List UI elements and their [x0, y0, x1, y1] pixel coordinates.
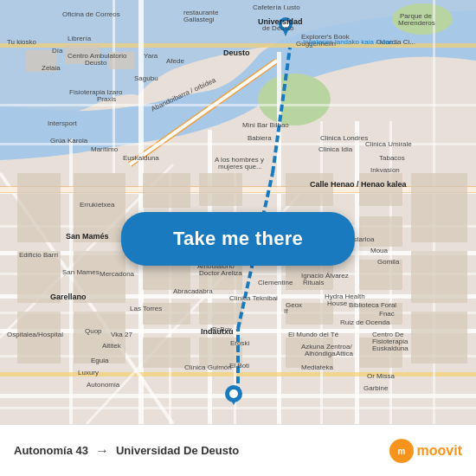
- label-quop: Quop: [85, 327, 102, 335]
- label-grua: Grúa Karola: [50, 137, 87, 145]
- label-clinica-londres: Clinica Londres: [320, 134, 368, 142]
- moovit-icon: m: [389, 439, 414, 463]
- route-from: Autonomía 43: [14, 444, 88, 457]
- label-gomila: Gomila: [377, 258, 399, 266]
- label-clinica-guimon: Clínica Guimón: [184, 363, 232, 371]
- label-yara: Yara: [144, 52, 158, 60]
- label-gallastegi: Gallastegi: [183, 16, 215, 23]
- label-fisio-euskalduna: Euskalduna: [372, 344, 408, 352]
- label-luxury: Luxury: [78, 369, 99, 376]
- svg-rect-27: [0, 104, 476, 106]
- label-ingelesen: Ingelesen landako kaia / Mue...: [303, 38, 399, 46]
- label-or-missa: Or Missa: [367, 372, 395, 380]
- label-altitek: Altitek: [102, 342, 121, 350]
- label-if: If: [284, 307, 287, 315]
- svg-rect-12: [69, 138, 73, 424]
- label-eguia: Eguia: [91, 357, 108, 364]
- label-tu-kiosko: Tu kiosko: [7, 38, 36, 46]
- label-euskalduna: Euskalduna: [123, 154, 159, 162]
- svg-point-76: [229, 389, 238, 398]
- label-hospitalea: Ospitalea/Hospital: [7, 331, 63, 338]
- label-maritimo: Marítimo: [91, 145, 118, 153]
- svg-rect-65: [411, 173, 467, 242]
- label-sagubu: Sagubu: [134, 74, 158, 82]
- label-universidad2: de Deusto: [262, 24, 293, 32]
- label-clinica-teknibai: Clínica Teknibai: [229, 294, 278, 302]
- route-to: Universidad De Deusto: [116, 444, 239, 457]
- label-doctor-areliza: Doctor Areliza: [199, 269, 242, 277]
- svg-rect-41: [286, 173, 333, 206]
- label-fnac: Fnac: [379, 310, 395, 318]
- label-el-boti: El Boti: [229, 362, 249, 370]
- label-cafeteria: Cafetería I.usto: [253, 3, 300, 11]
- moovit-text: moovit: [417, 443, 462, 459]
- label-eroski: Eroski: [230, 339, 249, 347]
- label-mercadona: Mercadona: [100, 270, 134, 278]
- label-mediateka: Mediateka: [301, 363, 333, 371]
- label-autonomia: Autonomia: [87, 381, 119, 389]
- label-house: House: [327, 299, 347, 307]
- label-afede: Afede: [166, 57, 184, 65]
- label-tabacos: Tabacos: [379, 154, 405, 162]
- svg-rect-67: [411, 312, 467, 363]
- svg-rect-66: [411, 251, 467, 303]
- label-attica: Attica: [336, 350, 353, 357]
- svg-rect-59: [17, 173, 61, 242]
- label-pcbox2: PcBox: [212, 325, 232, 333]
- label-errukietxea: Errukietxea: [80, 201, 114, 209]
- label-babiera: Babiera: [248, 134, 272, 142]
- label-intersport: Intersport: [48, 119, 77, 127]
- label-biblioteca: Biblioteca Foral: [349, 301, 396, 309]
- label-rituals: Rituals: [303, 279, 324, 286]
- label-oficina-correos: Oficina de Correos: [62, 10, 120, 18]
- label-garellano: Garellano: [50, 293, 87, 301]
- label-dia: Día: [52, 47, 62, 55]
- label-el-mundo-te: El Mundo del Té: [288, 331, 338, 338]
- label-clinica-umirale: Clinica Umirale: [365, 140, 412, 148]
- label-mini-bar: Mini Bar Bilbao: [242, 121, 289, 129]
- map-container: Deusto Universidad de Deusto Oficina de …: [0, 0, 476, 424]
- svg-point-1: [258, 74, 331, 125]
- route-arrow: →: [95, 443, 109, 459]
- label-merenderos: Merenderos: [398, 19, 435, 27]
- label-vka27: Vka 27: [111, 331, 132, 338]
- label-hombres2: mujeres que...: [218, 163, 262, 170]
- label-praxis: Praxis: [97, 95, 116, 103]
- label-clinica-idia: Clinica Idia: [318, 145, 352, 153]
- svg-rect-33: [0, 407, 476, 409]
- svg-rect-39: [143, 173, 190, 208]
- label-centro-deusto: Deusto: [85, 59, 106, 67]
- svg-rect-55: [143, 338, 190, 368]
- bottom-bar: Autonomía 43 → Universidad De Deusto m m…: [0, 424, 476, 476]
- label-san-mames: San Mamés: [66, 232, 109, 241]
- label-clementine: Clementine: [258, 279, 293, 286]
- label-san-mames2: San Mames: [62, 268, 100, 276]
- moovit-logo: m moovit: [389, 439, 462, 463]
- label-zelaia: Zelaia: [42, 64, 61, 72]
- svg-text:m: m: [397, 447, 405, 456]
- svg-rect-22: [169, 173, 171, 424]
- label-alhondiga: Alhóndiga: [305, 350, 336, 357]
- label-inkvasion: Inkvasion: [370, 166, 400, 174]
- label-geox: Geox: [286, 301, 302, 309]
- label-calle-henao: Calle Henao / Henao kalea: [310, 180, 407, 189]
- svg-rect-40: [199, 173, 242, 206]
- label-deusto: Deusto: [223, 48, 250, 57]
- label-libreria: Librería: [68, 35, 91, 42]
- svg-rect-42: [359, 173, 402, 206]
- label-garbine: Garbine: [363, 384, 388, 392]
- svg-rect-52: [199, 303, 242, 325]
- label-abracadabra: Abracadabra: [173, 287, 213, 295]
- label-moua: Moua: [370, 247, 388, 254]
- take-me-there-button[interactable]: Take me there: [121, 212, 355, 266]
- label-ruiz-ocenda: Ruiz de Ocenda: [340, 318, 389, 326]
- label-edificio-barri: Edificio Barri: [19, 251, 58, 259]
- label-las-torres: Las Torres: [130, 305, 162, 312]
